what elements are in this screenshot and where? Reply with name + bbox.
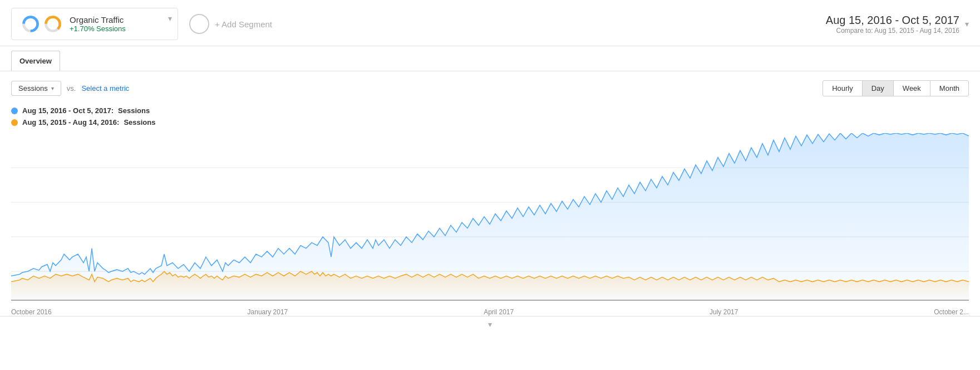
x-label-3: July 2017 (710, 308, 738, 316)
segment-info: Organic Traffic +1.70% Sessions (70, 15, 126, 33)
legend-metric-1: Sessions (118, 106, 150, 115)
scroll-down-icon[interactable]: ▾ (488, 320, 492, 329)
legend-range-1: Aug 15, 2016 - Oct 5, 2017: (22, 106, 114, 115)
segment-pct: +1.70% Sessions (70, 25, 126, 33)
segment-card-1[interactable]: Organic Traffic +1.70% Sessions ▾ (11, 8, 178, 40)
time-btn-hourly[interactable]: Hourly (823, 80, 863, 96)
sessions-dropdown[interactable]: Sessions ▾ (11, 81, 61, 96)
x-label-1: January 2017 (248, 308, 288, 316)
add-segment-circle-icon (189, 14, 209, 34)
date-range-text: Aug 15, 2016 - Oct 5, 2017 Compare to: A… (826, 14, 959, 35)
segment-title: Organic Traffic (70, 15, 126, 25)
legend-item-1: Aug 15, 2016 - Oct 5, 2017: Sessions (11, 106, 969, 115)
time-buttons: Hourly Day Week Month (823, 80, 969, 96)
time-btn-day[interactable]: Day (862, 80, 894, 96)
add-segment-label: + Add Segment (215, 20, 272, 29)
time-btn-month[interactable]: Month (930, 80, 969, 96)
date-range[interactable]: Aug 15, 2016 - Oct 5, 2017 Compare to: A… (826, 14, 969, 35)
chart-svg (11, 133, 969, 306)
header: Organic Traffic +1.70% Sessions ▾ + Add … (0, 0, 980, 46)
select-metric-link[interactable]: Select a metric (81, 84, 129, 93)
x-label-0: October 2016 (11, 308, 52, 316)
legend-dot-blue (11, 108, 18, 114)
controls-row: Sessions ▾ vs. Select a metric Hourly Da… (0, 71, 980, 101)
tab-overview[interactable]: Overview (11, 51, 60, 71)
legend-item-2: Aug 15, 2015 - Aug 14, 2016: Sessions (11, 118, 969, 126)
sessions-arrow-icon: ▾ (51, 85, 54, 91)
sessions-label: Sessions (18, 84, 48, 93)
legend-range-2: Aug 15, 2015 - Aug 14, 2016: (22, 118, 119, 126)
chart-container (0, 133, 980, 306)
legend: Aug 15, 2016 - Oct 5, 2017: Sessions Aug… (0, 101, 980, 133)
vs-label: vs. (67, 84, 76, 93)
compare-label: Compare to: (836, 27, 873, 35)
segment-dropdown-arrow[interactable]: ▾ (168, 14, 172, 23)
donut-blue-icon (21, 14, 41, 34)
legend-metric-2: Sessions (124, 118, 155, 126)
segment-icon (21, 14, 63, 34)
date-range-compare: Compare to: Aug 15, 2015 - Aug 14, 2016 (826, 27, 959, 35)
legend-dot-orange (11, 119, 18, 126)
x-label-4: October 2... (934, 308, 969, 316)
donut-orange-icon (43, 14, 63, 34)
compare-range: Aug 15, 2015 - Aug 14, 2016 (874, 27, 959, 35)
segment-left: Organic Traffic +1.70% Sessions ▾ + Add … (11, 8, 272, 40)
scrollbar-area[interactable]: ▾ (0, 316, 980, 331)
metric-selector: Sessions ▾ vs. Select a metric (11, 81, 129, 96)
x-axis: October 2016 January 2017 April 2017 Jul… (0, 306, 980, 316)
tabs-bar: Overview (0, 46, 980, 71)
date-range-arrow-icon[interactable]: ▾ (965, 20, 969, 28)
date-range-title: Aug 15, 2016 - Oct 5, 2017 (826, 14, 959, 27)
add-segment[interactable]: + Add Segment (189, 14, 272, 34)
x-label-2: April 2017 (484, 308, 514, 316)
time-btn-week[interactable]: Week (893, 80, 930, 96)
